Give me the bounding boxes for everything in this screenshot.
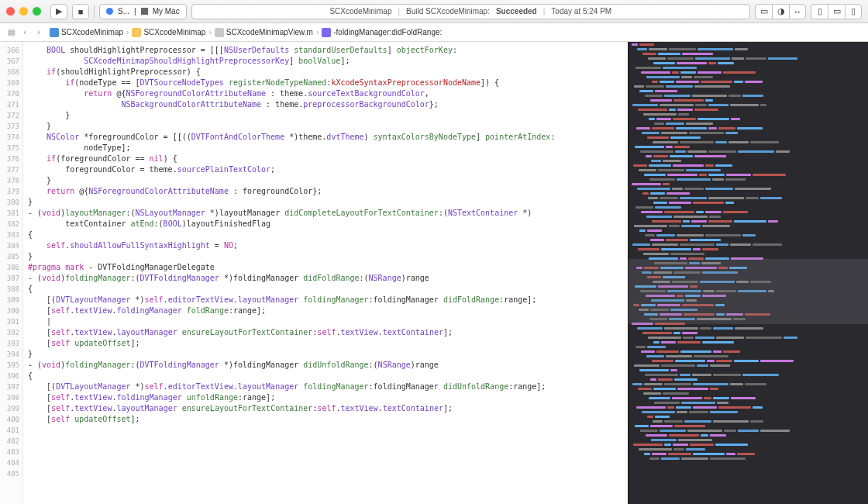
separator <box>94 5 95 19</box>
version-editor-button[interactable]: ↔ <box>789 4 806 19</box>
code-line[interactable]: if(foregroundColor == nil) { <box>28 154 628 164</box>
minimap-line <box>632 85 865 88</box>
minimap-line <box>632 146 865 149</box>
minimap-line <box>632 220 865 223</box>
minimap-line <box>632 402 865 405</box>
minimap-line <box>632 416 865 419</box>
source-editor[interactable]: BOOL shouldHighlightPreprocessor = [[[NS… <box>23 42 628 504</box>
minimap-line <box>632 439 865 442</box>
back-button[interactable]: ‹ <box>19 28 31 36</box>
code-line[interactable]: | <box>28 316 628 327</box>
minimap[interactable] <box>628 42 868 504</box>
minimap-line <box>632 71 865 74</box>
jump-bar-segment[interactable]: SCXcodeMinimap <box>132 28 205 37</box>
code-line[interactable]: textContainer atEnd:(BOOL)layoutFinished… <box>28 219 628 230</box>
minimize-window-button[interactable] <box>19 7 28 16</box>
code-line[interactable]: [(DVTLayoutManager *)self.editorTextView… <box>28 381 628 392</box>
minimap-line <box>632 202 865 205</box>
chevron-right-icon: › <box>208 28 211 36</box>
code-line[interactable]: [self.textView.layoutManager ensureLayou… <box>28 403 628 414</box>
toggle-utilities-button[interactable]: ▯ <box>845 4 862 19</box>
code-line[interactable]: - (void)foldingManager:(DVTFoldingManage… <box>28 273 628 284</box>
minimap-line <box>632 95 865 98</box>
code-line[interactable]: if(shouldHighlightPreprocessor) { <box>28 67 628 78</box>
jump-bar-segment-label: SCXcodeMinimap <box>61 28 123 36</box>
code-line[interactable]: { <box>28 230 628 240</box>
code-line[interactable]: [self.textView.foldingManager foldRange:… <box>28 306 628 316</box>
minimap-line <box>632 57 865 60</box>
minimap-line <box>632 48 865 51</box>
toggle-debug-button[interactable]: ▭ <box>828 4 845 19</box>
code-line[interactable]: { <box>28 284 628 295</box>
code-line[interactable]: NSBackgroundColorAttributeName : theme.p… <box>28 99 628 110</box>
code-line[interactable]: NSColor *foregroundColor = [[((DVTFontAn… <box>28 132 628 143</box>
assistant-editor-button[interactable]: ◑ <box>772 4 789 19</box>
minimap-line <box>632 453 865 456</box>
code-line[interactable]: } <box>28 251 628 262</box>
minimap-line <box>632 332 865 335</box>
status-project: SCXcodeMinimap <box>329 7 391 16</box>
minimap-line <box>632 383 865 386</box>
code-line[interactable]: #pragma mark - DVTFoldingManagerDelegate <box>28 262 628 273</box>
zoom-window-button[interactable] <box>33 7 41 16</box>
minimap-line <box>632 355 865 358</box>
toggle-navigator-button[interactable]: ▯ <box>811 4 828 19</box>
toolbar: ▶ ■ S... | My Mac SCXcodeMinimap | Build… <box>0 0 868 23</box>
forward-button[interactable]: › <box>33 28 45 36</box>
minimap-line <box>632 109 865 112</box>
minimap-line <box>632 337 865 340</box>
minimap-viewport[interactable] <box>629 259 868 323</box>
code-line[interactable]: [self updateOffset]; <box>28 338 628 349</box>
code-line[interactable]: } <box>28 110 628 121</box>
code-line[interactable]: nodeType]; <box>28 143 628 154</box>
code-line[interactable]: [self.textView.layoutManager ensureLayou… <box>28 327 628 338</box>
destination-icon <box>141 8 148 15</box>
minimap-line <box>632 234 865 237</box>
code-line[interactable]: BOOL shouldHighlightPreprocessor = [[[NS… <box>28 45 628 56</box>
code-line[interactable]: - (void)layoutManager:(NSLayoutManager *… <box>28 208 628 219</box>
jump-bar-segment-label: -foldingManager:didFoldRange: <box>333 28 442 36</box>
code-line[interactable]: } <box>28 197 628 208</box>
minimap-line <box>632 253 865 256</box>
window-controls <box>6 7 41 16</box>
code-line[interactable]: { <box>28 371 628 381</box>
minimap-line <box>632 388 865 391</box>
code-line[interactable]: foregroundColor = theme.sourcePlainTextC… <box>28 164 628 175</box>
code-line[interactable]: [(DVTLayoutManager *)self.editorTextView… <box>28 295 628 306</box>
minimap-line <box>632 76 865 79</box>
code-line[interactable]: [self.textView.foldingManager unfoldRang… <box>28 392 628 403</box>
jump-bar-segment[interactable]: -foldingManager:didFoldRange: <box>322 28 442 37</box>
minimap-line <box>632 113 865 116</box>
scheme-label: S... <box>118 7 129 16</box>
run-button[interactable]: ▶ <box>50 4 67 19</box>
stop-button[interactable]: ■ <box>72 4 89 19</box>
code-line[interactable]: [self updateOffset]; <box>28 414 628 425</box>
jump-bar-segment[interactable]: SCXcodeMinimapView.m <box>215 28 313 37</box>
minimap-line <box>632 341 865 344</box>
minimap-line <box>632 81 865 84</box>
status-result: Succeeded <box>496 7 537 16</box>
code-line[interactable]: SCXcodeMinimapShouldHighlightPreprocesso… <box>28 56 628 67</box>
jump-bar-segment[interactable]: SCXcodeMinimap <box>50 28 123 37</box>
jump-bar-segment-label: SCXcodeMinimap <box>143 28 205 36</box>
code-line[interactable]: } <box>28 175 628 186</box>
line-gutter[interactable]: 366 367 368 369 370 371 372 373 374 375 … <box>0 42 23 504</box>
minimap-line <box>632 248 865 251</box>
jump-bar-path: SCXcodeMinimap›SCXcodeMinimap›SCXcodeMin… <box>50 28 442 37</box>
proj-icon <box>50 28 59 37</box>
code-line[interactable]: - (void)foldingManager:(DVTFoldingManage… <box>28 360 628 371</box>
code-line[interactable]: } <box>28 121 628 132</box>
minimap-line <box>632 123 865 126</box>
jump-bar: ▤ ‹ › SCXcodeMinimap›SCXcodeMinimap›SCXc… <box>0 23 868 42</box>
code-line[interactable]: return @{NSForegroundColorAttributeName … <box>28 186 628 197</box>
close-window-button[interactable] <box>6 7 15 16</box>
code-line[interactable]: self.shouldAllowFullSyntaxHighlight = NO… <box>28 240 628 251</box>
activity-viewer[interactable]: SCXcodeMinimap | Build SCXcodeMinimap: S… <box>191 4 750 19</box>
minimap-line <box>632 155 865 158</box>
related-items-button[interactable]: ▤ <box>5 28 17 36</box>
standard-editor-button[interactable]: ▭ <box>755 4 772 19</box>
scheme-selector[interactable]: S... | My Mac <box>99 4 187 19</box>
code-line[interactable]: } <box>28 349 628 360</box>
code-line[interactable]: if(nodeType == [DVTSourceNodeTypes regis… <box>28 78 628 88</box>
code-line[interactable]: return @{NSForegroundColorAttributeName … <box>28 88 628 99</box>
